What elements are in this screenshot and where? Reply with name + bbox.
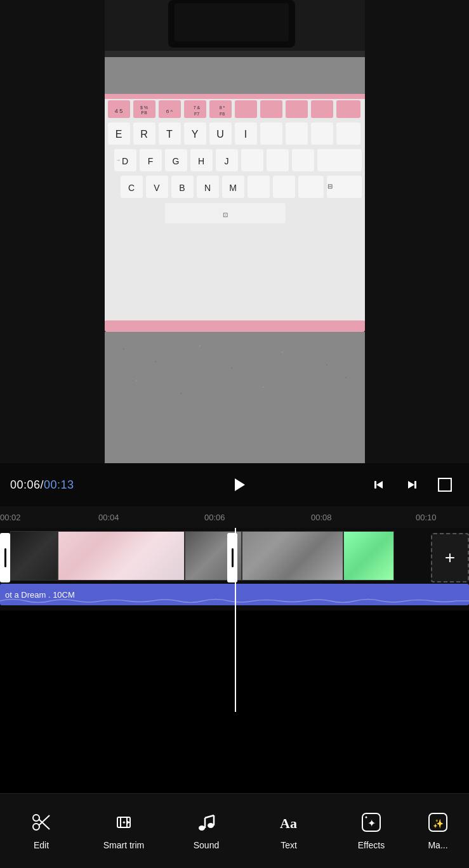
ruler-mark-2: 00:04 [98,513,119,522]
fullscreen-icon [436,476,454,494]
effects-star-icon: ✦ [360,812,382,836]
svg-text:N: N [204,183,211,193]
svg-text:E: E [116,129,122,140]
add-clip-button[interactable]: + [431,533,469,582]
toolbar-text-button[interactable]: Aa Text [248,794,330,868]
svg-text:J: J [225,156,229,166]
video-preview: 4 5 $ % F8 6 ^ 7 & F7 8 * F8 E R T Y U I [0,0,469,463]
svg-point-81 [136,380,137,381]
smart-trim-label: Smart trim [103,840,145,850]
keyboard-image: 4 5 $ % F8 6 ^ 7 & F7 8 * F8 E R T Y U I [105,0,365,463]
svg-rect-6 [105,94,365,99]
svg-text:Aa: Aa [280,815,297,831]
bottom-toolbar: Edit ✦ Smart trim Sound [0,793,469,868]
svg-rect-31 [260,122,282,145]
svg-text:⊟: ⊟ [327,183,333,190]
svg-point-98 [199,825,205,831]
svg-rect-87 [414,481,416,489]
svg-point-99 [208,823,214,828]
scissors-icon [30,812,52,836]
svg-text:Y: Y [192,129,199,140]
toolbar-sound-button[interactable]: Sound [165,794,248,868]
svg-rect-73 [105,320,365,332]
svg-text:D: D [122,156,128,166]
svg-text:G: G [173,156,180,166]
svg-text:F8: F8 [220,112,225,116]
toolbar-magic-button[interactable]: ✨ Ma... [413,794,463,868]
svg-rect-32 [286,122,308,145]
svg-point-75 [123,348,124,350]
svg-text:I: I [244,129,247,140]
svg-text:4 5: 4 5 [115,108,123,114]
svg-rect-33 [311,122,333,145]
thumbnail-5 [343,531,394,581]
svg-rect-88 [439,478,451,491]
thumbnail-2 [58,531,185,581]
svg-point-78 [231,367,232,369]
play-button[interactable] [223,470,254,500]
music-note-icon [195,812,217,836]
smart-trim-icon: ✦ [113,812,135,836]
rewind-icon [370,476,388,494]
svg-point-77 [199,345,201,346]
effects-label: Effects [358,840,385,850]
svg-rect-48 [292,149,314,171]
svg-text:F: F [148,156,154,166]
svg-text:R: R [140,129,148,140]
text-aa-icon: Aa [278,812,300,836]
forward-icon [403,476,421,494]
svg-rect-15 [311,100,333,118]
svg-text:⊡: ⊡ [223,211,228,218]
svg-text:→: → [116,157,121,163]
svg-text:C: C [128,183,135,193]
svg-rect-16 [336,100,360,118]
svg-point-90 [33,824,39,830]
time-current: 00:06 [10,478,41,491]
svg-rect-62 [273,176,295,198]
svg-text:F7: F7 [194,112,199,116]
ruler-mark-3: 00:06 [204,513,225,522]
svg-text:T: T [166,129,173,140]
svg-point-80 [326,364,327,365]
svg-rect-14 [286,100,308,118]
svg-rect-49 [317,149,362,171]
svg-text:$ %: $ % [140,105,148,110]
rewind-button[interactable] [365,471,393,499]
svg-text:✦: ✦ [367,818,376,829]
svg-text:✨: ✨ [433,819,444,829]
svg-text:7 &: 7 & [194,105,201,110]
svg-text:U: U [216,129,224,140]
svg-point-83 [263,386,264,388]
svg-point-89 [33,815,39,821]
ruler-mark-4: 00:08 [311,513,332,522]
toolbar-edit-button[interactable]: Edit [0,794,83,868]
magic-label: Ma... [428,840,447,850]
svg-point-84 [345,377,347,378]
trim-handle-left[interactable] [0,533,10,582]
ruler-mark-1: 00:02 [0,513,21,522]
time-display: 00:06/00:13 [10,478,74,492]
svg-point-79 [282,352,283,353]
toolbar-smart-trim-button[interactable]: ✦ Smart trim [83,794,165,868]
timeline-ruler: 00:02 00:04 00:06 00:08 00:10 [0,506,469,528]
magic-icon: ✨ [427,812,449,836]
svg-rect-3 [175,3,289,41]
svg-text:H: H [198,156,204,166]
svg-line-102 [205,815,214,818]
svg-text:6 ^: 6 ^ [166,109,173,114]
ruler-mark-5: 00:10 [416,513,437,522]
svg-text:V: V [154,183,160,193]
controls-bar: 00:06/00:13 [0,463,469,506]
playhead [235,528,236,712]
svg-point-76 [155,361,156,362]
text-label: Text [281,840,297,850]
forward-button[interactable] [398,471,426,499]
play-icon [228,475,249,495]
svg-rect-34 [336,122,360,145]
toolbar-effects-button[interactable]: ✦ Effects [330,794,413,868]
fullscreen-button[interactable] [431,471,459,499]
svg-rect-46 [241,149,263,171]
svg-rect-86 [374,481,376,489]
svg-rect-63 [298,176,324,198]
svg-rect-13 [260,100,282,118]
